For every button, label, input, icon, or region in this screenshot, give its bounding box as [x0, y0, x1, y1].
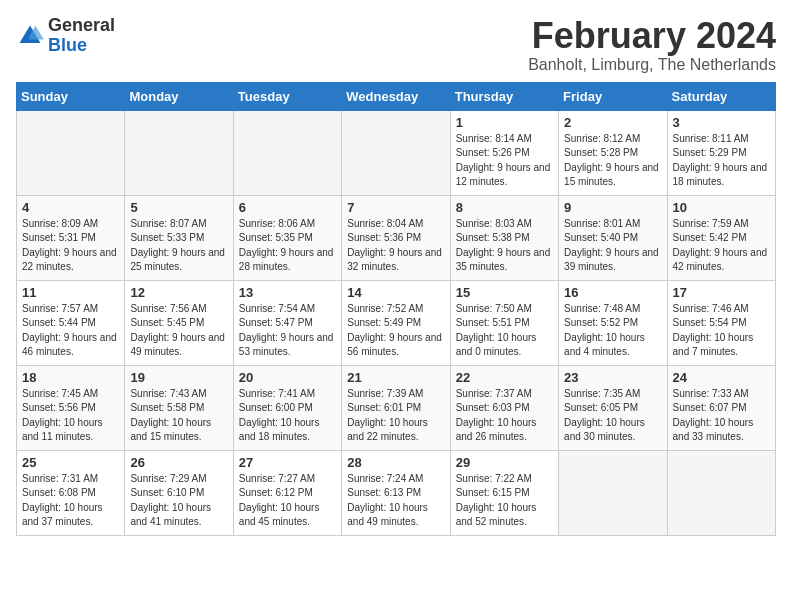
day-info: Sunrise: 7:45 AMSunset: 5:56 PMDaylight:… [22, 387, 119, 445]
day-info: Sunrise: 7:43 AMSunset: 5:58 PMDaylight:… [130, 387, 227, 445]
calendar-cell: 15Sunrise: 7:50 AMSunset: 5:51 PMDayligh… [450, 280, 558, 365]
day-info: Sunrise: 7:29 AMSunset: 6:10 PMDaylight:… [130, 472, 227, 530]
logo-icon [16, 22, 44, 50]
logo-text: General Blue [48, 16, 115, 56]
day-number: 28 [347, 455, 444, 470]
calendar-cell: 1Sunrise: 8:14 AMSunset: 5:26 PMDaylight… [450, 110, 558, 195]
day-number: 21 [347, 370, 444, 385]
calendar-table: SundayMondayTuesdayWednesdayThursdayFrid… [16, 82, 776, 536]
weekday-header: Sunday [17, 82, 125, 110]
day-number: 29 [456, 455, 553, 470]
weekday-header: Thursday [450, 82, 558, 110]
calendar-cell: 9Sunrise: 8:01 AMSunset: 5:40 PMDaylight… [559, 195, 667, 280]
day-info: Sunrise: 7:48 AMSunset: 5:52 PMDaylight:… [564, 302, 661, 360]
day-info: Sunrise: 8:09 AMSunset: 5:31 PMDaylight:… [22, 217, 119, 275]
calendar-cell: 12Sunrise: 7:56 AMSunset: 5:45 PMDayligh… [125, 280, 233, 365]
day-number: 25 [22, 455, 119, 470]
day-info: Sunrise: 8:14 AMSunset: 5:26 PMDaylight:… [456, 132, 553, 190]
day-info: Sunrise: 7:22 AMSunset: 6:15 PMDaylight:… [456, 472, 553, 530]
calendar-cell: 26Sunrise: 7:29 AMSunset: 6:10 PMDayligh… [125, 450, 233, 535]
weekday-header: Friday [559, 82, 667, 110]
weekday-header: Monday [125, 82, 233, 110]
calendar-cell: 24Sunrise: 7:33 AMSunset: 6:07 PMDayligh… [667, 365, 775, 450]
day-info: Sunrise: 7:39 AMSunset: 6:01 PMDaylight:… [347, 387, 444, 445]
day-info: Sunrise: 7:24 AMSunset: 6:13 PMDaylight:… [347, 472, 444, 530]
day-info: Sunrise: 7:41 AMSunset: 6:00 PMDaylight:… [239, 387, 336, 445]
day-number: 22 [456, 370, 553, 385]
calendar-cell: 10Sunrise: 7:59 AMSunset: 5:42 PMDayligh… [667, 195, 775, 280]
calendar-cell: 2Sunrise: 8:12 AMSunset: 5:28 PMDaylight… [559, 110, 667, 195]
day-info: Sunrise: 7:33 AMSunset: 6:07 PMDaylight:… [673, 387, 770, 445]
day-info: Sunrise: 7:54 AMSunset: 5:47 PMDaylight:… [239, 302, 336, 360]
day-number: 14 [347, 285, 444, 300]
day-number: 1 [456, 115, 553, 130]
calendar-cell: 22Sunrise: 7:37 AMSunset: 6:03 PMDayligh… [450, 365, 558, 450]
day-info: Sunrise: 7:46 AMSunset: 5:54 PMDaylight:… [673, 302, 770, 360]
day-info: Sunrise: 7:35 AMSunset: 6:05 PMDaylight:… [564, 387, 661, 445]
weekday-header: Wednesday [342, 82, 450, 110]
day-info: Sunrise: 8:01 AMSunset: 5:40 PMDaylight:… [564, 217, 661, 275]
day-number: 11 [22, 285, 119, 300]
day-info: Sunrise: 8:06 AMSunset: 5:35 PMDaylight:… [239, 217, 336, 275]
calendar-week-row: 25Sunrise: 7:31 AMSunset: 6:08 PMDayligh… [17, 450, 776, 535]
calendar-cell: 5Sunrise: 8:07 AMSunset: 5:33 PMDaylight… [125, 195, 233, 280]
calendar-cell: 20Sunrise: 7:41 AMSunset: 6:00 PMDayligh… [233, 365, 341, 450]
day-info: Sunrise: 7:37 AMSunset: 6:03 PMDaylight:… [456, 387, 553, 445]
calendar-cell [233, 110, 341, 195]
calendar-cell: 7Sunrise: 8:04 AMSunset: 5:36 PMDaylight… [342, 195, 450, 280]
weekday-header: Saturday [667, 82, 775, 110]
day-info: Sunrise: 8:12 AMSunset: 5:28 PMDaylight:… [564, 132, 661, 190]
calendar-cell: 28Sunrise: 7:24 AMSunset: 6:13 PMDayligh… [342, 450, 450, 535]
day-info: Sunrise: 8:07 AMSunset: 5:33 PMDaylight:… [130, 217, 227, 275]
calendar-cell: 13Sunrise: 7:54 AMSunset: 5:47 PMDayligh… [233, 280, 341, 365]
calendar-cell: 17Sunrise: 7:46 AMSunset: 5:54 PMDayligh… [667, 280, 775, 365]
calendar-cell [667, 450, 775, 535]
day-number: 13 [239, 285, 336, 300]
calendar-cell: 29Sunrise: 7:22 AMSunset: 6:15 PMDayligh… [450, 450, 558, 535]
day-number: 4 [22, 200, 119, 215]
calendar-week-row: 18Sunrise: 7:45 AMSunset: 5:56 PMDayligh… [17, 365, 776, 450]
day-number: 7 [347, 200, 444, 215]
calendar-cell: 6Sunrise: 8:06 AMSunset: 5:35 PMDaylight… [233, 195, 341, 280]
day-info: Sunrise: 7:31 AMSunset: 6:08 PMDaylight:… [22, 472, 119, 530]
day-number: 15 [456, 285, 553, 300]
logo-general: General [48, 16, 115, 36]
day-number: 3 [673, 115, 770, 130]
day-number: 17 [673, 285, 770, 300]
day-number: 9 [564, 200, 661, 215]
calendar-cell [125, 110, 233, 195]
day-number: 16 [564, 285, 661, 300]
calendar-cell [342, 110, 450, 195]
day-number: 20 [239, 370, 336, 385]
weekday-header-row: SundayMondayTuesdayWednesdayThursdayFrid… [17, 82, 776, 110]
day-info: Sunrise: 8:04 AMSunset: 5:36 PMDaylight:… [347, 217, 444, 275]
calendar-cell: 27Sunrise: 7:27 AMSunset: 6:12 PMDayligh… [233, 450, 341, 535]
day-number: 24 [673, 370, 770, 385]
calendar-cell: 14Sunrise: 7:52 AMSunset: 5:49 PMDayligh… [342, 280, 450, 365]
day-info: Sunrise: 7:27 AMSunset: 6:12 PMDaylight:… [239, 472, 336, 530]
title-block: February 2024 Banholt, Limburg, The Neth… [528, 16, 776, 74]
month-title: February 2024 [528, 16, 776, 56]
day-number: 10 [673, 200, 770, 215]
day-number: 23 [564, 370, 661, 385]
day-number: 18 [22, 370, 119, 385]
calendar-week-row: 4Sunrise: 8:09 AMSunset: 5:31 PMDaylight… [17, 195, 776, 280]
day-number: 5 [130, 200, 227, 215]
calendar-cell [559, 450, 667, 535]
day-info: Sunrise: 8:03 AMSunset: 5:38 PMDaylight:… [456, 217, 553, 275]
day-info: Sunrise: 7:59 AMSunset: 5:42 PMDaylight:… [673, 217, 770, 275]
weekday-header: Tuesday [233, 82, 341, 110]
day-number: 8 [456, 200, 553, 215]
day-number: 27 [239, 455, 336, 470]
logo: General Blue [16, 16, 115, 56]
day-info: Sunrise: 7:56 AMSunset: 5:45 PMDaylight:… [130, 302, 227, 360]
day-info: Sunrise: 7:57 AMSunset: 5:44 PMDaylight:… [22, 302, 119, 360]
calendar-cell: 4Sunrise: 8:09 AMSunset: 5:31 PMDaylight… [17, 195, 125, 280]
day-number: 6 [239, 200, 336, 215]
day-number: 2 [564, 115, 661, 130]
calendar-cell [17, 110, 125, 195]
calendar-week-row: 11Sunrise: 7:57 AMSunset: 5:44 PMDayligh… [17, 280, 776, 365]
day-number: 26 [130, 455, 227, 470]
calendar-cell: 19Sunrise: 7:43 AMSunset: 5:58 PMDayligh… [125, 365, 233, 450]
logo-blue: Blue [48, 36, 115, 56]
